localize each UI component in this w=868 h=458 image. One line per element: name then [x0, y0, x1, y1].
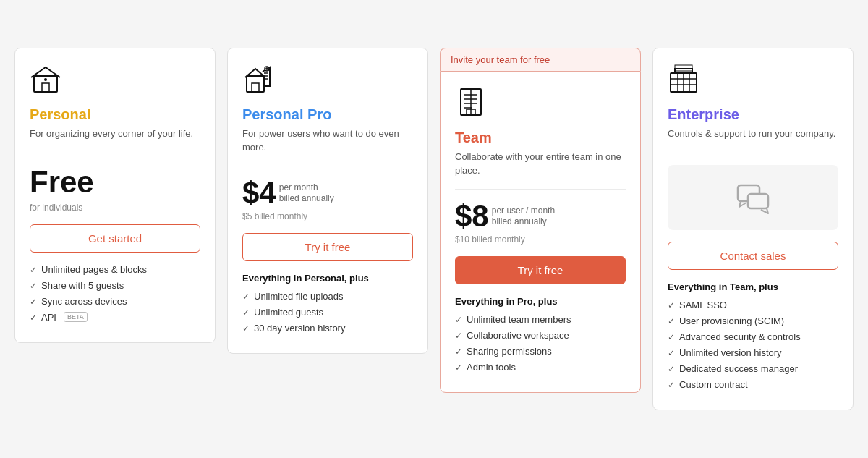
check-icon: ✓: [455, 347, 462, 357]
price-main-personal-pro: $4: [242, 178, 276, 208]
feature-list-personal: ✓Unlimited pages & blocks✓Share with 5 g…: [30, 264, 200, 323]
list-item: ✓Sync across devices: [30, 296, 200, 307]
price-for-label: for individuals: [30, 203, 200, 213]
svg-point-2: [44, 78, 47, 81]
feature-text: Share with 5 guests: [41, 280, 124, 291]
price-monthly-personal-pro: $5 billed monthly: [242, 211, 413, 221]
plan-wrapper-personal-pro: Personal ProFor power users who want to …: [227, 48, 428, 353]
plan-card-enterprise: EnterpriseControls & support to run your…: [652, 48, 854, 410]
check-icon: ✓: [30, 281, 37, 291]
list-item: ✓Sharing permissions: [455, 346, 626, 357]
price-monthly-team: $10 billed monthly: [455, 234, 626, 245]
feature-text: Admin tools: [467, 362, 516, 373]
list-item: ✓Unlimited file uploads: [242, 291, 413, 302]
check-icon: ✓: [668, 300, 675, 310]
cta-button-team[interactable]: Try it free: [455, 256, 626, 284]
enterprise-icon: [668, 63, 838, 99]
cta-button-enterprise[interactable]: Contact sales: [668, 242, 838, 270]
check-icon: ✓: [455, 362, 462, 373]
plan-card-team: TeamCollaborate with your entire team in…: [440, 71, 641, 392]
list-item: ✓Unlimited pages & blocks: [30, 264, 200, 275]
plan-name-enterprise: Enterprise: [668, 106, 838, 123]
check-icon: ✓: [30, 265, 37, 275]
feature-text: Unlimited version history: [679, 347, 782, 358]
list-item: ✓Custom contract: [668, 379, 838, 390]
price-main-team: $8: [455, 201, 489, 232]
feature-text: Sharing permissions: [467, 346, 552, 357]
check-icon: ✓: [242, 292, 250, 302]
list-item: ✓Unlimited version history: [668, 347, 838, 358]
features-header-team: Everything in Pro, plus: [455, 296, 626, 307]
feature-list-enterprise: ✓SAML SSO✓User provisioning (SCIM)✓Advan…: [668, 300, 838, 390]
plan-desc-personal-pro: For power users who want to do even more…: [242, 127, 413, 153]
list-item: ✓Unlimited guests: [242, 307, 413, 318]
list-item: ✓SAML SSO: [668, 300, 838, 310]
features-header-personal-pro: Everything in Personal, plus: [242, 273, 413, 284]
feature-text: Unlimited guests: [254, 307, 323, 318]
svg-rect-3: [247, 76, 264, 92]
feature-text: User provisioning (SCIM): [679, 315, 784, 326]
plan-card-personal: PersonalFor organizing every corner of y…: [14, 48, 216, 342]
feature-text: API: [41, 312, 56, 323]
feature-text: Unlimited team members: [467, 314, 571, 325]
invite-banner: Invite your team for free: [440, 48, 641, 71]
plan-name-personal-pro: Personal Pro: [242, 106, 413, 123]
features-header-enterprise: Everything in Team, plus: [668, 281, 838, 292]
plan-name-team: Team: [455, 130, 626, 146]
enterprise-chat-area: [668, 165, 838, 230]
plan-desc-team: Collaborate with your entire team in one…: [455, 150, 626, 177]
list-item: ✓APIBETA: [30, 312, 200, 323]
check-icon: ✓: [242, 308, 250, 318]
price-section-team: $8per user / monthbilled annually$10 bil…: [455, 201, 626, 245]
feature-text: Collaborative workspace: [467, 330, 569, 341]
feature-text: Unlimited file uploads: [254, 291, 344, 302]
check-icon: ✓: [455, 315, 462, 325]
check-icon: ✓: [30, 313, 37, 323]
feature-text: 30 day version history: [254, 323, 345, 334]
list-item: ✓Share with 5 guests: [30, 280, 200, 291]
list-item: ✓30 day version history: [242, 323, 413, 334]
list-item: ✓Advanced security & controls: [668, 331, 838, 342]
plan-wrapper-enterprise: EnterpriseControls & support to run your…: [652, 48, 854, 410]
price-section-personal-pro: $4per monthbilled annually$5 billed mont…: [242, 178, 413, 221]
feature-text: Custom contract: [679, 379, 748, 390]
plan-wrapper-personal: PersonalFor organizing every corner of y…: [14, 48, 216, 342]
svg-rect-26: [748, 194, 768, 208]
feature-list-team: ✓Unlimited team members✓Collaborative wo…: [455, 314, 626, 373]
check-icon: ✓: [668, 332, 675, 342]
plan-card-personal-pro: Personal ProFor power users who want to …: [227, 48, 428, 353]
list-item: ✓Unlimited team members: [455, 314, 626, 325]
plan-name-personal: Personal: [30, 106, 200, 123]
feature-text: SAML SSO: [679, 300, 727, 310]
feature-text: Unlimited pages & blocks: [41, 264, 147, 275]
beta-badge: BETA: [64, 312, 88, 322]
cta-button-personal-pro[interactable]: Try it free: [242, 233, 413, 261]
price-free: Free: [30, 165, 200, 200]
cta-button-personal[interactable]: Get started: [30, 224, 200, 253]
feature-text: Sync across devices: [41, 296, 127, 307]
feature-text: Advanced security & controls: [679, 331, 801, 342]
check-icon: ✓: [30, 297, 37, 307]
feature-list-personal-pro: ✓Unlimited file uploads✓Unlimited guests…: [242, 291, 413, 334]
plan-wrapper-team: Invite your team for free TeamCollaborat…: [440, 48, 641, 392]
list-item: ✓User provisioning (SCIM): [668, 315, 838, 326]
list-item: ✓Admin tools: [455, 362, 626, 373]
price-section-personal: Freefor individuals: [30, 165, 200, 213]
list-item: ✓Collaborative workspace: [455, 330, 626, 341]
plan-desc-enterprise: Controls & support to run your company.: [668, 127, 838, 140]
check-icon: ✓: [668, 364, 675, 374]
check-icon: ✓: [242, 323, 250, 334]
plan-desc-personal: For organizing every corner of your life…: [30, 127, 200, 140]
price-unit-personal-pro: per monthbilled annually: [279, 182, 334, 205]
check-icon: ✓: [668, 316, 675, 326]
check-icon: ✓: [455, 331, 462, 341]
price-unit-team: per user / monthbilled annually: [492, 205, 555, 228]
pricing-container: PersonalFor organizing every corner of y…: [14, 48, 854, 410]
svg-rect-1: [42, 83, 49, 92]
list-item: ✓Dedicated success manager: [668, 363, 838, 374]
personal-icon: [30, 63, 200, 99]
team-icon: [455, 86, 626, 122]
check-icon: ✓: [668, 348, 675, 358]
personal-pro-icon: [242, 63, 413, 99]
feature-text: Dedicated success manager: [679, 363, 798, 374]
